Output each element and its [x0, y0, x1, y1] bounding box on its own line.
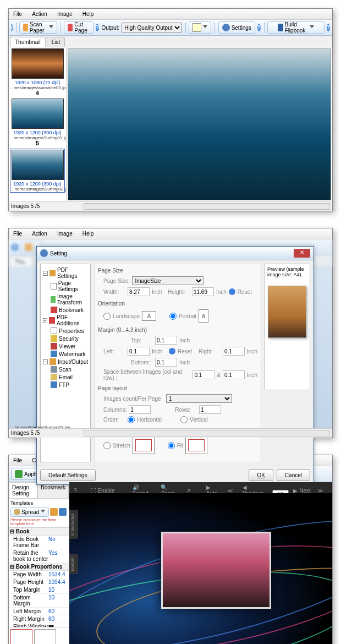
tab-thumbnail[interactable]: Thumbnail: [10, 37, 46, 47]
space-row-input[interactable]: [223, 370, 245, 379]
tree-security[interactable]: Security: [59, 336, 79, 342]
stretch-radio[interactable]: [103, 442, 111, 449]
menu-help[interactable]: Help: [80, 10, 96, 18]
width-input[interactable]: [128, 287, 150, 296]
prop-row[interactable]: Top Margin10: [9, 586, 69, 594]
margin-top-input[interactable]: [155, 336, 177, 345]
transform-icon: [51, 296, 56, 303]
default-settings-button[interactable]: Default Settings: [40, 470, 96, 481]
columns-input[interactable]: [129, 405, 151, 414]
preview-panel: Preview (sample image size: A4): [265, 264, 310, 390]
rows-input[interactable]: [199, 405, 221, 414]
tree-watermark[interactable]: Watermark: [59, 351, 86, 357]
menu-image[interactable]: Image: [55, 230, 75, 238]
thumbnails-tab[interactable]: Thumbnails: [69, 510, 78, 539]
thumb-path: ...hemes\images\Surfing01.jpg: [10, 135, 65, 140]
prop-row[interactable]: Retain the book to centerYes: [9, 549, 69, 563]
settings-button[interactable]: Settings: [218, 21, 255, 34]
help-icon[interactable]: ?: [96, 24, 99, 31]
menubar: File Action Image Help: [9, 9, 332, 20]
output-quality-select[interactable]: High Quality Output: [122, 23, 182, 32]
close-button[interactable]: ✕: [294, 249, 310, 258]
prop-row[interactable]: Page Width1534.4: [9, 571, 69, 578]
space-col-input[interactable]: [193, 370, 215, 379]
margin-bottom-input[interactable]: [155, 358, 177, 367]
tree-viewer[interactable]: Viewer: [59, 343, 75, 350]
thumbnail-item[interactable]: 1920 x 1080 (72 dpi) ...mes\images\sunsh…: [10, 48, 65, 96]
page-thumb[interactable]: [10, 629, 32, 644]
thumb-path: ...hemes\images\Surfing02.jpg: [11, 187, 64, 192]
collapse-icon[interactable]: −: [43, 359, 48, 364]
collapse-icon[interactable]: −: [43, 271, 48, 276]
prop-row[interactable]: Hide Book Frame BarNo: [9, 536, 69, 549]
menu-action[interactable]: Action: [30, 230, 50, 238]
tree-bookmark[interactable]: Bookmark: [59, 307, 84, 313]
tab-list[interactable]: List: [47, 37, 65, 47]
thumbnail-sidebar[interactable]: 1920 x 1080 (72 dpi) ...mes\images\sunsh…: [9, 47, 67, 201]
cut-page-button[interactable]: Cut Page: [64, 21, 94, 34]
page-thumb[interactable]: [34, 629, 56, 644]
help-icon[interactable]: ?: [257, 24, 261, 31]
order-vertical-radio[interactable]: [180, 416, 188, 423]
portrait-icon: A: [199, 309, 208, 323]
images-per-page-select[interactable]: 1: [166, 394, 232, 403]
prop-row[interactable]: Left Margin60: [9, 608, 69, 615]
tree-page-settings[interactable]: Page Settings: [58, 280, 88, 292]
output-label: Output:: [101, 25, 119, 31]
tree-ftp[interactable]: FTP: [59, 382, 69, 388]
tree-properties[interactable]: Properties: [59, 328, 84, 334]
flipbook-page[interactable]: [161, 532, 271, 609]
prop-row[interactable]: Page Height1094.4: [9, 578, 69, 586]
properties-grid[interactable]: ⊟ BookHide Book Frame BarNoRetain the bo…: [9, 528, 69, 627]
thumb-number: 5: [10, 140, 65, 146]
menu-file[interactable]: File: [11, 230, 24, 238]
fit-radio[interactable]: [168, 442, 175, 449]
tree-scan[interactable]: Scan: [59, 367, 72, 373]
tree-email[interactable]: Email: [59, 374, 73, 380]
reset-icon[interactable]: [169, 348, 175, 354]
thumbnail-item[interactable]: 1920 x 1200 (300 dpi) ...hemes\images\Su…: [10, 99, 65, 146]
email-icon: [51, 374, 57, 380]
info-icon[interactable]: i: [11, 24, 13, 31]
order-horizontal-radio[interactable]: [128, 416, 135, 423]
reset-icon[interactable]: [229, 288, 235, 295]
prop-row[interactable]: Right Margin60: [9, 615, 69, 623]
templates-label: Templates: [10, 500, 67, 506]
book-icon: [278, 24, 283, 31]
menu-help[interactable]: Help: [80, 230, 96, 238]
color-picker[interactable]: [189, 21, 211, 34]
scan-paper-button[interactable]: Scan Paper: [19, 21, 57, 34]
prop-row[interactable]: Bottom Margin10: [9, 594, 69, 608]
menu-file[interactable]: File: [11, 10, 24, 18]
help-icon[interactable]: ?: [327, 24, 330, 31]
height-input[interactable]: [192, 287, 214, 296]
margin-left-input[interactable]: [128, 347, 150, 356]
landscape-radio[interactable]: [103, 313, 111, 320]
margin-right-input[interactable]: [223, 347, 245, 356]
tab-design-setting[interactable]: Design Setting: [9, 482, 37, 498]
portrait-radio[interactable]: [169, 313, 177, 320]
prop-group-header[interactable]: ⊟ Book Proportions: [9, 563, 69, 571]
viewer-icon: [51, 343, 57, 350]
thumbnail-item[interactable]: 1920 x 1200 (300 dpi) ...hemes\images\Su…: [10, 149, 65, 193]
menu-action[interactable]: Action: [30, 10, 50, 18]
ok-button[interactable]: OK: [249, 470, 273, 481]
cancel-button[interactable]: Cancel: [277, 470, 310, 481]
horizontal-scrollbar[interactable]: [84, 430, 330, 436]
page-size-select[interactable]: ImageSize: [132, 276, 204, 285]
gear-icon: [40, 249, 48, 257]
menu-file[interactable]: File: [11, 456, 24, 465]
template-select[interactable]: Spread: [10, 507, 49, 517]
horizontal-scrollbar[interactable]: [84, 203, 330, 210]
save-icon[interactable]: [59, 508, 67, 516]
search-tab[interactable]: Search: [69, 554, 78, 574]
collapse-icon[interactable]: −: [43, 318, 47, 323]
menu-image[interactable]: Image: [55, 10, 75, 18]
prop-row[interactable]: Flash Window Color 0x1D1D1D: [9, 623, 69, 627]
build-flipbook-button[interactable]: Build Flipbook: [267, 21, 324, 34]
prop-group-header[interactable]: ⊟ Book: [9, 528, 69, 536]
folder-icon[interactable]: [50, 508, 58, 516]
tree-image-transform[interactable]: Image Transform: [57, 293, 88, 305]
fit-icon: [185, 436, 207, 454]
chevron-down-icon: [310, 25, 314, 30]
